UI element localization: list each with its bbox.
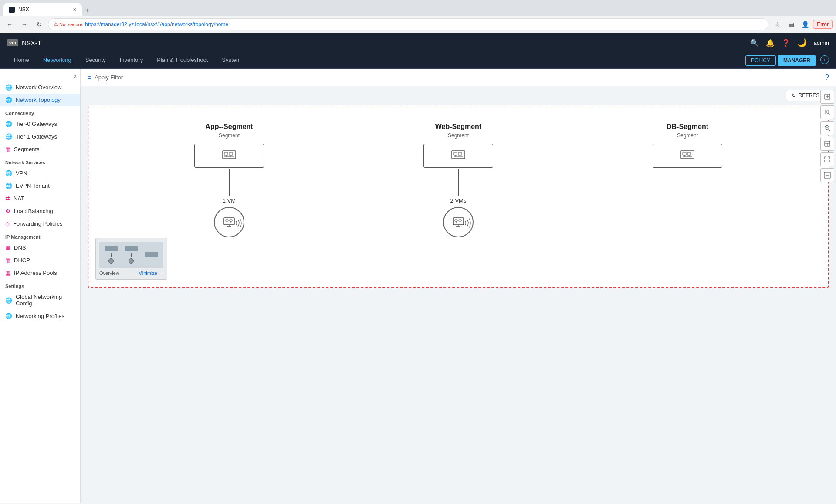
not-secure-indicator: ⚠ Not secure: [54, 21, 82, 27]
sidebar-label-ip-pools: IP Address Pools: [14, 270, 57, 276]
mini-circle-2: [129, 258, 134, 264]
tab-plan-troubleshoot[interactable]: Plan & Troubleshoot: [150, 52, 215, 68]
profile-button[interactable]: 👤: [799, 18, 811, 30]
zoom-fit-button[interactable]: [820, 105, 834, 119]
user-name[interactable]: admin: [814, 40, 829, 46]
back-button[interactable]: ←: [3, 18, 16, 30]
filter-help-icon[interactable]: ?: [825, 74, 829, 81]
sidebar-label-segments: Segments: [14, 146, 40, 152]
mini-box-1: [105, 246, 118, 251]
dhcp-icon: ▦: [5, 257, 10, 264]
filter-placeholder[interactable]: Apply Filter: [95, 74, 123, 81]
tab-networking[interactable]: Networking: [36, 52, 78, 68]
web-connector: [458, 169, 459, 196]
tab-inventory[interactable]: Inventory: [113, 52, 150, 68]
sidebar-item-dns[interactable]: ▦ DNS: [0, 241, 80, 254]
sidebar-item-evpn-tenant[interactable]: 🌐 EVPN Tenant: [0, 179, 80, 192]
topology-toolbar: ↻ REFRESH: [81, 86, 836, 105]
address-bar[interactable]: ⚠ Not secure https://manager32.yz.local/…: [48, 18, 768, 30]
db-segment-box[interactable]: [653, 144, 722, 168]
layout-button[interactable]: [820, 137, 834, 151]
sidebar-item-dhcp[interactable]: ▦ DHCP: [0, 254, 80, 267]
gnc-icon: 🌐: [5, 297, 12, 304]
svg-rect-30: [687, 152, 691, 155]
sidebar-item-forwarding-policies[interactable]: ◇ Forwarding Policies: [0, 217, 80, 230]
reload-button[interactable]: ↻: [33, 18, 45, 30]
sidebar: « 🌐 Network Overview 🌐 Network Topology …: [0, 69, 81, 503]
fp-icon: ◇: [5, 220, 10, 227]
section-network-services: Network Services: [0, 156, 80, 167]
filter-icon: ≡: [88, 74, 91, 81]
zoom-out-button[interactable]: [820, 121, 834, 135]
bookmark-button[interactable]: ☆: [771, 18, 783, 30]
collapse-button[interactable]: «: [73, 72, 77, 79]
sidebar-label-lb: Load Balancing: [14, 208, 53, 214]
forward-button[interactable]: →: [18, 18, 30, 30]
tab-system[interactable]: System: [215, 52, 247, 68]
tab-security[interactable]: Security: [78, 52, 113, 68]
info-icon[interactable]: i: [820, 55, 829, 64]
app-vm-wrapper: [213, 206, 245, 237]
sidebar-label-network-overview: Network Overview: [16, 84, 61, 91]
filter-bar: ≡ Apply Filter ?: [81, 69, 836, 86]
tier1-icon: 🌐: [5, 133, 12, 140]
sidebar-item-segments[interactable]: ▦ Segments: [0, 143, 80, 156]
error-button[interactable]: Error: [813, 20, 833, 29]
minimize-button[interactable]: Minimize —: [139, 271, 163, 276]
tab-title: NSX: [18, 7, 29, 13]
sidebar-item-tier1-gateways[interactable]: 🌐 Tier-1 Gateways: [0, 130, 80, 143]
sidebar-item-global-networking-config[interactable]: 🌐 Global Networking Config: [0, 291, 80, 310]
minimap-canvas: [99, 242, 163, 268]
sidebar-label-tier1: Tier-1 Gateways: [16, 133, 57, 140]
sidebar-label-gnc: Global Networking Config: [16, 294, 75, 307]
sidebar-item-networking-profiles[interactable]: 🌐 Networking Profiles: [0, 310, 80, 322]
app-segment-box[interactable]: [194, 144, 264, 168]
sidebar-item-network-topology[interactable]: 🌐 Network Topology: [0, 94, 80, 106]
active-tab[interactable]: NSX ✕: [3, 3, 82, 16]
app-header-right: 🔍 🔔 ❓ 🌙 admin: [750, 38, 829, 47]
web-segment-node: Web-Segment Segment: [423, 123, 493, 237]
sidebar-label-vpn: VPN: [16, 170, 27, 176]
sidebar-item-nat[interactable]: ⇄ NAT: [0, 192, 80, 205]
overview-minimap: Overview Minimize —: [95, 238, 167, 280]
browser-toolbar: ← → ↻ ⚠ Not secure https://manager32.yz.…: [0, 16, 836, 33]
app-connector: [229, 169, 230, 196]
collapse-view-button[interactable]: [820, 168, 834, 182]
mini-box-2: [125, 246, 138, 251]
np-icon: 🌐: [5, 313, 12, 319]
mini-box-3: [145, 252, 158, 257]
sidebar-toggle-button[interactable]: ▤: [785, 18, 797, 30]
sidebar-label-evpn: EVPN Tenant: [16, 183, 50, 189]
policy-button[interactable]: POLICY: [745, 55, 776, 66]
dark-mode-toggle[interactable]: 🌙: [797, 38, 807, 47]
sidebar-label-np: Networking Profiles: [16, 313, 64, 319]
sidebar-item-network-overview[interactable]: 🌐 Network Overview: [0, 81, 80, 94]
sidebar-item-vpn[interactable]: 🌐 VPN: [0, 167, 80, 179]
manager-button[interactable]: MANAGER: [778, 55, 816, 66]
url-display: https://manager32.yz.local/nsx/#/app/net…: [85, 21, 228, 27]
web-segment-box[interactable]: [423, 144, 493, 168]
sidebar-item-tier0-gateways[interactable]: 🌐 Tier-0 Gateways: [0, 118, 80, 130]
help-icon[interactable]: ❓: [782, 39, 790, 47]
tab-close-button[interactable]: ✕: [73, 7, 77, 13]
section-connectivity: Connectivity: [0, 106, 80, 118]
export-button[interactable]: [820, 90, 834, 104]
sidebar-label-dhcp: DHCP: [14, 257, 30, 264]
browser-chrome: NSX ✕ +: [0, 0, 836, 16]
mini-segment-1: [105, 246, 118, 264]
dns-icon: ▦: [5, 244, 10, 251]
app-segment-title: App--Segment: [205, 123, 253, 131]
tab-home[interactable]: Home: [7, 52, 36, 68]
sidebar-item-ip-address-pools[interactable]: ▦ IP Address Pools: [0, 267, 80, 279]
network-overview-icon: 🌐: [5, 84, 12, 91]
nav-tabs-right: POLICY MANAGER i: [745, 55, 829, 66]
search-icon[interactable]: 🔍: [750, 39, 759, 47]
nat-icon: ⇄: [5, 195, 10, 202]
sidebar-item-load-balancing[interactable]: ⚙ Load Balancing: [0, 205, 80, 217]
main-layout: « 🌐 Network Overview 🌐 Network Topology …: [0, 69, 836, 503]
svg-rect-2: [229, 152, 233, 155]
svg-rect-15: [454, 152, 457, 155]
expand-button[interactable]: [820, 152, 834, 166]
notifications-icon[interactable]: 🔔: [766, 39, 775, 47]
new-tab-button[interactable]: +: [82, 5, 92, 16]
